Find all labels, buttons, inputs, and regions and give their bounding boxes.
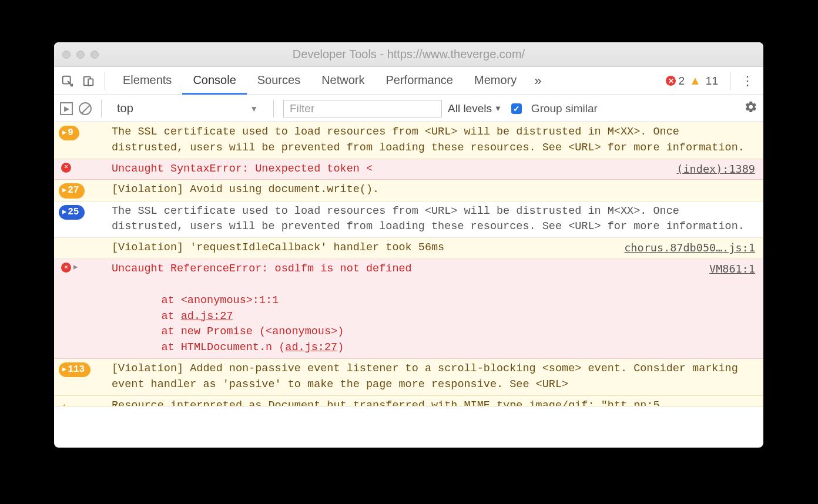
window-title: Developer Tools - https://www.theverge.c… — [54, 48, 763, 61]
inspect-element-icon[interactable] — [59, 72, 76, 90]
console-output[interactable]: ▶ 9The SSL certificate used to load reso… — [54, 122, 763, 448]
group-similar-checkbox[interactable]: ✓ — [511, 103, 522, 114]
error-icon: ✕ — [61, 163, 71, 173]
divider — [730, 72, 730, 90]
console-message[interactable]: ▲Resource interpreted as Document but tr… — [54, 396, 763, 406]
log-levels-label: All levels — [448, 102, 492, 115]
repeat-count-badge[interactable]: ▶ 9 — [59, 126, 79, 140]
tab-console[interactable]: Console — [182, 67, 246, 95]
more-tabs-icon[interactable]: » — [531, 73, 545, 89]
message-gutter: ▲ — [59, 398, 107, 406]
panel-tabs-bar: Elements Console Sources Network Perform… — [54, 67, 763, 95]
repeat-count-badge[interactable]: ▶ 27 — [59, 183, 85, 198]
error-icon: ✕ — [61, 263, 71, 273]
console-message[interactable]: ▶ 27[Violation] Avoid using document.wri… — [54, 180, 763, 201]
console-message[interactable]: ▶ 113[Violation] Added non-passive event… — [54, 359, 763, 396]
message-gutter: ▶ 25 — [59, 204, 107, 220]
tab-network[interactable]: Network — [311, 67, 375, 95]
console-toolbar: ▶ top ▼ All levels ▼ ✓ Group similar — [54, 95, 763, 122]
message-gutter: ▶ 113 — [59, 361, 107, 377]
divider — [101, 100, 102, 117]
console-message[interactable]: ▶ 25The SSL certificate used to load res… — [54, 201, 763, 238]
error-count: 2 — [678, 75, 685, 88]
message-text: Uncaught SyntaxError: Unexpected token < — [112, 162, 665, 177]
devtools-window: Developer Tools - https://www.theverge.c… — [54, 42, 763, 448]
tab-performance[interactable]: Performance — [376, 67, 464, 95]
device-toolbar-icon[interactable] — [80, 72, 98, 90]
console-settings-icon[interactable] — [745, 100, 757, 117]
source-link[interactable]: ad.js:27 — [285, 341, 337, 354]
clear-console-icon[interactable] — [79, 102, 92, 115]
filter-input[interactable] — [283, 100, 442, 117]
source-link[interactable]: VM861:1 — [709, 261, 755, 277]
warning-icon: ▲ — [689, 74, 701, 88]
message-text: The SSL certificate used to load resourc… — [112, 125, 755, 156]
message-gutter: ▶ 27 — [59, 182, 107, 198]
group-similar-label: Group similar — [531, 102, 598, 115]
console-message[interactable]: ▶ 9The SSL certificate used to load reso… — [54, 122, 763, 159]
message-text: [Violation] Avoid using document.write()… — [112, 182, 755, 198]
panel-tabs: Elements Console Sources Network Perform… — [112, 67, 527, 95]
source-link[interactable]: ad.js:27 — [181, 310, 233, 322]
console-message[interactable]: ✕▶Uncaught ReferenceError: osdlfm is not… — [54, 259, 763, 359]
console-message[interactable]: [Violation] 'requestIdleCallback' handle… — [54, 238, 763, 259]
chevron-down-icon: ▼ — [494, 104, 502, 113]
context-selector-value: top — [117, 102, 133, 115]
repeat-count-badge[interactable]: ▶ 113 — [59, 362, 90, 377]
console-message[interactable]: ✕Uncaught SyntaxError: Unexpected token … — [54, 159, 763, 180]
warning-icon: ▲ — [61, 399, 68, 406]
settings-menu-icon[interactable]: ⋮ — [737, 73, 757, 89]
warning-count: 11 — [706, 75, 718, 88]
source-link[interactable]: (index):1389 — [676, 162, 755, 177]
error-icon: ✕ — [666, 76, 676, 86]
message-text: Uncaught ReferenceError: osdlfm is not d… — [112, 261, 698, 356]
message-text: [Violation] Added non-passive event list… — [112, 361, 755, 393]
context-selector[interactable]: top ▼ — [111, 99, 264, 117]
tab-elements[interactable]: Elements — [112, 67, 182, 95]
repeat-count-badge[interactable]: ▶ 25 — [59, 205, 85, 220]
tab-sources[interactable]: Sources — [247, 67, 311, 95]
source-link[interactable]: chorus.87db050….js:1 — [624, 240, 755, 256]
message-text: The SSL certificate used to load resourc… — [112, 204, 755, 236]
message-gutter: ✕▶ — [59, 261, 107, 273]
log-levels-selector[interactable]: All levels ▼ — [448, 102, 502, 115]
svg-rect-2 — [88, 79, 93, 85]
error-warning-summary[interactable]: ✕ 2 ▲ 11 — [666, 74, 718, 88]
message-text: [Violation] 'requestIdleCallback' handle… — [112, 240, 612, 256]
divider — [105, 72, 105, 90]
tab-memory[interactable]: Memory — [464, 67, 527, 95]
message-text: Resource interpreted as Document but tra… — [112, 398, 755, 406]
message-gutter: ✕ — [59, 162, 107, 173]
disclosure-triangle-icon[interactable]: ▶ — [73, 263, 78, 273]
chevron-down-icon: ▼ — [250, 104, 258, 113]
toggle-sidebar-icon[interactable]: ▶ — [60, 102, 73, 115]
message-gutter — [59, 240, 107, 241]
divider — [273, 100, 274, 117]
titlebar: Developer Tools - https://www.theverge.c… — [54, 42, 763, 67]
message-gutter: ▶ 9 — [59, 125, 107, 140]
